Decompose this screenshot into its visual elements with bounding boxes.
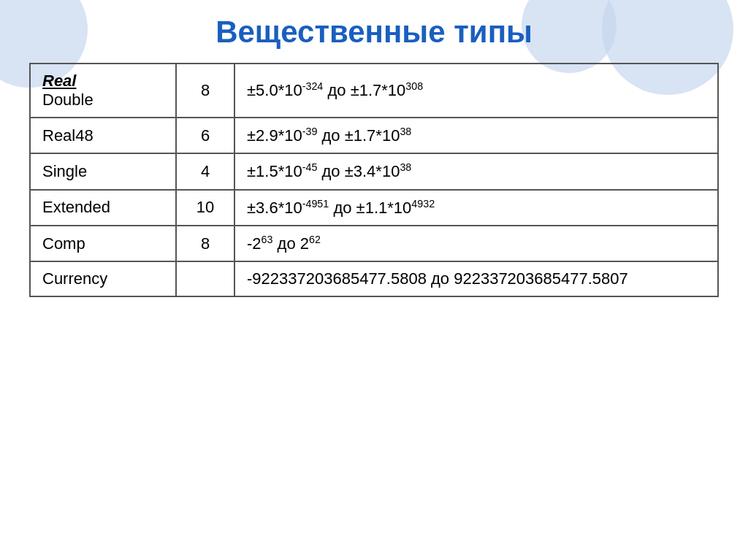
type-cell: Single [30, 153, 176, 189]
table-row: Extended10±3.6*10-4951 до ±1.1*104932 [30, 190, 718, 226]
type-cell: Real48 [30, 118, 176, 153]
table-row: Real486±2.9*10-39 до ±1.7*1038 [30, 118, 718, 153]
range-cell: ±1.5*10-45 до ±3.4*1038 [234, 153, 718, 189]
range-cell: ±5.0*10-324 до ±1.7*10308 [234, 64, 718, 118]
bytes-cell: 8 [176, 226, 234, 261]
table-row: Currency-922337203685477.5808 до 9223372… [30, 261, 718, 296]
range-cell: ±3.6*10-4951 до ±1.1*104932 [234, 190, 718, 226]
table-row: Single4±1.5*10-45 до ±3.4*1038 [30, 153, 718, 189]
bytes-cell: 4 [176, 153, 234, 189]
range-cell: ±2.9*10-39 до ±1.7*1038 [234, 118, 718, 153]
bytes-cell: 6 [176, 118, 234, 153]
range-cell: -922337203685477.5808 до 922337203685477… [234, 261, 718, 296]
table-row: Comp8-263 до 262 [30, 226, 718, 261]
type-cell: RealDouble [30, 64, 176, 118]
types-table: RealDouble8±5.0*10-324 до ±1.7*10308Real… [29, 63, 719, 297]
page-title: Вещественные типы [29, 15, 719, 50]
range-cell: -263 до 262 [234, 226, 718, 261]
type-cell: Currency [30, 261, 176, 296]
type-cell: Comp [30, 226, 176, 261]
page-content: Вещественные типы RealDouble8±5.0*10-324… [0, 0, 748, 312]
bytes-cell: 8 [176, 64, 234, 118]
bytes-cell [176, 261, 234, 296]
bytes-cell: 10 [176, 190, 234, 226]
table-row: RealDouble8±5.0*10-324 до ±1.7*10308 [30, 64, 718, 118]
type-cell: Extended [30, 190, 176, 226]
